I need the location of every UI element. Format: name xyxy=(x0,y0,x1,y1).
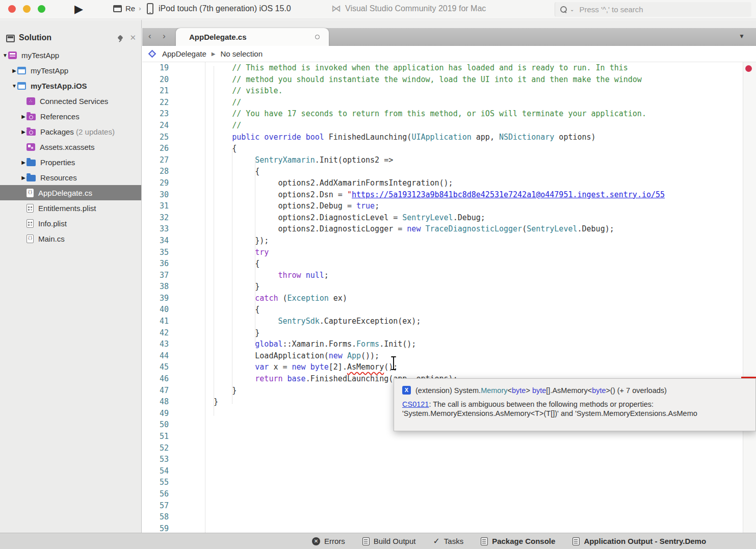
navigate-forward-button[interactable]: › xyxy=(163,31,166,41)
code-line-31[interactable]: 31 options2.Debug = true; xyxy=(142,200,756,212)
line-number[interactable]: 54 xyxy=(142,465,179,477)
editor-scrollbar[interactable] xyxy=(743,62,756,533)
code-line-40[interactable]: 40 { xyxy=(142,304,756,316)
code-line-25[interactable]: 25 public override bool FinishedLaunchin… xyxy=(142,132,756,143)
build-configuration-selector[interactable]: Re › xyxy=(113,4,141,13)
statusbar-pad-build-output[interactable]: Build Output xyxy=(362,537,416,545)
disclosure-open-icon[interactable]: ▼ xyxy=(2,53,8,58)
line-number[interactable]: 28 xyxy=(142,166,179,177)
line-number[interactable]: 40 xyxy=(142,304,179,316)
sidebar-item-connected-services[interactable]: ∴Connected Services xyxy=(0,93,141,109)
code-line-21[interactable]: 21 // visible. xyxy=(142,85,756,97)
line-number[interactable]: 37 xyxy=(142,270,179,281)
code-line-36[interactable]: 36 { xyxy=(142,258,756,270)
sidebar-item-packages[interactable]: ▶Packages (2 updates) xyxy=(0,124,141,139)
code-line-41[interactable]: 41 SentrySdk.CaptureException(ex); xyxy=(142,316,756,327)
code-line-29[interactable]: 29 options2.AddXamarinFormsIntegration()… xyxy=(142,177,756,189)
line-number[interactable]: 29 xyxy=(142,177,179,189)
error-indicator-dot[interactable] xyxy=(745,65,752,72)
code-line-42[interactable]: 42 } xyxy=(142,327,756,339)
line-number[interactable]: 31 xyxy=(142,200,179,212)
line-number[interactable]: 58 xyxy=(142,511,179,523)
code-line-51[interactable]: 51 xyxy=(142,431,756,442)
line-number[interactable]: 34 xyxy=(142,235,179,247)
breadcrumb-class[interactable]: AppDelegate xyxy=(162,49,206,58)
line-number[interactable]: 19 xyxy=(142,62,179,74)
code-line-54[interactable]: 54 xyxy=(142,465,756,477)
line-number[interactable]: 30 xyxy=(142,189,179,201)
code-editor[interactable]: 19 // This method is invoked when the ap… xyxy=(142,62,756,533)
sidebar-item-resources[interactable]: ▶Resources xyxy=(0,170,141,185)
tab-overflow-dropdown[interactable]: ▼ xyxy=(739,33,745,40)
code-line-39[interactable]: 39 catch (Exception ex) xyxy=(142,293,756,304)
code-line-56[interactable]: 56 xyxy=(142,488,756,500)
line-number[interactable]: 44 xyxy=(142,350,179,362)
code-line-37[interactable]: 37 throw null; xyxy=(142,270,756,281)
statusbar-pad-application-output-sentry-demo[interactable]: Application Output - Sentry.Demo xyxy=(572,537,706,545)
code-line-59[interactable]: 59 xyxy=(142,523,756,533)
device-selector[interactable]: iPod touch (7th generation) iOS 15.0 xyxy=(147,3,291,14)
navigate-back-button[interactable]: ‹ xyxy=(148,31,151,41)
pin-icon[interactable] xyxy=(117,35,123,42)
breadcrumb-selection[interactable]: No selection xyxy=(220,49,263,58)
line-number[interactable]: 59 xyxy=(142,523,179,533)
disclosure-closed-icon[interactable]: ▶ xyxy=(20,160,27,165)
code-line-55[interactable]: 55 xyxy=(142,477,756,488)
line-number[interactable]: 53 xyxy=(142,454,179,465)
line-number[interactable]: 24 xyxy=(142,120,179,132)
disclosure-open-icon[interactable]: ▼ xyxy=(11,83,17,89)
sidebar-item-appdelegate-cs[interactable]: {}AppDelegate.cs xyxy=(0,185,141,200)
code-line-20[interactable]: 20 // method you should instantiate the … xyxy=(142,74,756,86)
code-line-26[interactable]: 26 { xyxy=(142,143,756,154)
code-line-53[interactable]: 53 xyxy=(142,454,756,465)
code-line-24[interactable]: 24 // xyxy=(142,120,756,132)
line-number[interactable]: 23 xyxy=(142,108,179,120)
line-number[interactable]: 27 xyxy=(142,154,179,166)
line-number[interactable]: 21 xyxy=(142,85,179,97)
code-line-19[interactable]: 19 // This method is invoked when the ap… xyxy=(142,62,756,74)
line-number[interactable]: 51 xyxy=(142,431,179,442)
line-number[interactable]: 26 xyxy=(142,143,179,154)
line-number[interactable]: 36 xyxy=(142,258,179,270)
disclosure-closed-icon[interactable]: ▶ xyxy=(11,68,17,73)
code-line-45[interactable]: 45 var x = new byte[2].AsMemory(); xyxy=(142,361,756,373)
code-line-34[interactable]: 34 }); xyxy=(142,235,756,247)
close-window-button[interactable] xyxy=(8,5,16,13)
line-number[interactable]: 35 xyxy=(142,247,179,258)
line-number[interactable]: 56 xyxy=(142,488,179,500)
code-line-23[interactable]: 23 // You have 17 seconds to return from… xyxy=(142,108,756,120)
line-number[interactable]: 32 xyxy=(142,212,179,224)
run-button[interactable]: ▶ xyxy=(74,3,83,16)
line-number[interactable]: 47 xyxy=(142,385,179,397)
statusbar-pad-tasks[interactable]: ✓Tasks xyxy=(433,536,463,546)
code-line-58[interactable]: 58 xyxy=(142,511,756,523)
code-line-52[interactable]: 52 xyxy=(142,442,756,454)
line-number[interactable]: 22 xyxy=(142,97,179,109)
error-code-link[interactable]: CS0121 xyxy=(402,400,429,408)
code-line-57[interactable]: 57 xyxy=(142,500,756,512)
disclosure-closed-icon[interactable]: ▶ xyxy=(20,175,27,180)
line-number[interactable]: 55 xyxy=(142,477,179,488)
code-line-22[interactable]: 22 // xyxy=(142,97,756,109)
sidebar-item-mytestapp[interactable]: ▶myTestApp xyxy=(0,63,141,78)
code-line-27[interactable]: 27 SentryXamarin.Init(options2 => xyxy=(142,154,756,166)
sidebar-item-references[interactable]: ▶References xyxy=(0,109,141,124)
line-number[interactable]: 25 xyxy=(142,132,179,143)
statusbar-pad-errors[interactable]: ✕Errors xyxy=(312,537,345,545)
line-number[interactable]: 38 xyxy=(142,281,179,293)
sidebar-item-properties[interactable]: ▶Properties xyxy=(0,154,141,170)
tab-appdelegate[interactable]: AppDelegate.cs xyxy=(176,28,329,46)
statusbar-pad-package-console[interactable]: Package Console xyxy=(481,537,555,545)
line-number[interactable]: 33 xyxy=(142,223,179,235)
code-line-43[interactable]: 43 global::Xamarin.Forms.Forms.Init(); xyxy=(142,338,756,350)
line-number[interactable]: 50 xyxy=(142,419,179,431)
line-number[interactable]: 49 xyxy=(142,408,179,420)
sidebar-item-entitlements-plist[interactable]: Entitlements.plist xyxy=(0,200,141,216)
search-input[interactable]: ⌄ Press '^,' to search xyxy=(555,2,751,17)
line-number[interactable]: 39 xyxy=(142,293,179,304)
line-number[interactable]: 41 xyxy=(142,316,179,327)
sidebar-item-assets-xcassets[interactable]: Assets.xcassets xyxy=(0,139,141,154)
line-number[interactable]: 20 xyxy=(142,74,179,86)
sidebar-item-mytestapp[interactable]: ▼myTestApp xyxy=(0,47,141,63)
code-line-30[interactable]: 30 options2.Dsn = "https://5a193123a9b84… xyxy=(142,189,756,201)
